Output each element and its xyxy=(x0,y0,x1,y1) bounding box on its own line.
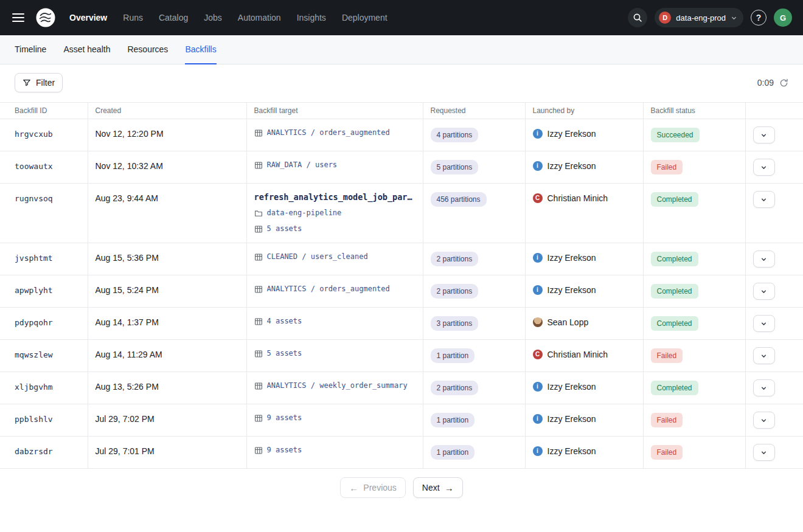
tab-resources[interactable]: Resources xyxy=(127,35,168,64)
pagination: ← Previous Next → xyxy=(0,477,803,498)
backfill-id-link[interactable]: pdypqohr xyxy=(15,318,53,327)
search-button[interactable] xyxy=(628,8,647,27)
asset-table-icon xyxy=(254,414,263,423)
row-actions-button[interactable] xyxy=(753,191,775,208)
nav-item-catalog[interactable]: Catalog xyxy=(159,13,188,22)
backfill-target-link[interactable]: 9 assets xyxy=(267,413,302,423)
launched-by-avatar: i xyxy=(533,382,543,392)
asset-table-icon xyxy=(254,285,263,294)
launched-by-avatar: i xyxy=(533,253,543,263)
table-row: xljbgvhmAug 13, 5:26 PMANALYTICS / weekl… xyxy=(0,372,803,404)
menu-button[interactable] xyxy=(10,10,27,25)
backfill-target-link[interactable]: CLEANED / users_cleaned xyxy=(267,252,368,262)
row-actions-button[interactable] xyxy=(753,412,775,429)
backfill-status-badge: Completed xyxy=(651,284,698,299)
next-page-button[interactable]: Next → xyxy=(413,477,463,498)
next-label: Next xyxy=(422,483,440,492)
tab-timeline[interactable]: Timeline xyxy=(15,35,46,64)
backfill-id-link[interactable]: rugnvsoq xyxy=(15,194,53,203)
tab-backfills[interactable]: Backfills xyxy=(185,35,216,64)
row-actions-button[interactable] xyxy=(753,315,775,332)
backfill-id-link[interactable]: xljbgvhm xyxy=(15,382,53,392)
tab-asset-health[interactable]: Asset health xyxy=(63,35,110,64)
deployment-initial-badge: D xyxy=(659,12,671,24)
backfill-target-link[interactable]: refresh_analytics_model_job_partition_se… xyxy=(254,192,415,202)
asset-table-icon xyxy=(254,350,263,358)
table-row: rugnvsoqAug 23, 9:44 AMrefresh_analytics… xyxy=(0,184,803,243)
created-cell: Jul 29, 7:02 PM xyxy=(88,404,246,437)
launched-by-avatar xyxy=(533,317,543,327)
created-cell: Aug 14, 11:29 AM xyxy=(88,340,246,372)
table-row: hrgvcxubNov 12, 12:20 PMANALYTICS / orde… xyxy=(0,119,803,151)
backfill-target-link[interactable]: 4 assets xyxy=(267,316,302,326)
navbar-right: D data-eng-prod ? G xyxy=(628,8,792,27)
help-button[interactable]: ? xyxy=(751,10,766,26)
hamburger-icon xyxy=(12,13,24,22)
backfill-id-link[interactable]: toowautx xyxy=(15,162,53,171)
launched-by-name: Christian Minich xyxy=(548,192,608,204)
nav-item-insights[interactable]: Insights xyxy=(297,13,326,22)
row-actions-button[interactable] xyxy=(753,444,775,461)
nav-item-jobs[interactable]: Jobs xyxy=(204,13,222,22)
launched-by-name: Izzy Erekson xyxy=(548,284,596,296)
row-actions-button[interactable] xyxy=(753,126,775,143)
backfill-id-link[interactable]: jvsphtmt xyxy=(15,254,53,263)
backfill-target-link[interactable]: 5 assets xyxy=(267,224,302,234)
row-actions-button[interactable] xyxy=(753,379,775,396)
backfill-id-link[interactable]: hrgvcxub xyxy=(15,130,53,139)
refresh-countdown: 0:09 xyxy=(757,78,774,88)
launched-by-name: Izzy Erekson xyxy=(548,381,596,393)
backfill-id-link[interactable]: mqwszlew xyxy=(15,350,53,359)
nav-item-overview[interactable]: Overview xyxy=(69,13,107,22)
requested-partitions-badge: 1 partition xyxy=(431,445,475,460)
launched-by-avatar: i xyxy=(533,161,543,171)
table-row: toowautxNov 12, 10:32 AMRAW_DATA / users… xyxy=(0,151,803,184)
deployment-name: data-eng-prod xyxy=(676,13,726,22)
backfill-target-link[interactable]: 5 assets xyxy=(267,348,302,359)
backfill-status-badge: Failed xyxy=(651,445,683,460)
table-row: ppblshlvJul 29, 7:02 PM9 assets1 partiti… xyxy=(0,404,803,437)
launched-by-name: Izzy Erekson xyxy=(548,160,596,172)
filter-funnel-icon xyxy=(23,78,31,87)
row-actions-button[interactable] xyxy=(753,347,775,364)
nav-item-automation[interactable]: Automation xyxy=(238,13,281,22)
nav-item-deployment[interactable]: Deployment xyxy=(342,13,388,22)
backfill-id-link[interactable]: dabzrsdr xyxy=(15,447,53,456)
refresh-icon[interactable] xyxy=(779,78,788,88)
row-actions-button[interactable] xyxy=(753,250,775,268)
backfill-status-badge: Completed xyxy=(651,381,698,395)
created-cell: Aug 15, 5:36 PM xyxy=(88,243,246,275)
table-row: dabzrsdrJul 29, 7:01 PM9 assets1 partiti… xyxy=(0,437,803,469)
nav-item-runs[interactable]: Runs xyxy=(123,13,143,22)
user-avatar[interactable]: G xyxy=(774,9,792,27)
backfill-target-link[interactable]: ANALYTICS / orders_augmented xyxy=(267,284,390,294)
backfill-target-link[interactable]: ANALYTICS / weekly_order_summary xyxy=(267,381,408,391)
filter-label: Filter xyxy=(36,78,55,88)
backfill-target-link[interactable]: 9 assets xyxy=(267,445,302,455)
launched-by-name: Christian Minich xyxy=(548,348,608,361)
backfill-id-link[interactable]: ppblshlv xyxy=(15,415,53,424)
created-cell: Jul 29, 7:01 PM xyxy=(88,437,246,469)
table-header-row: Backfill IDCreatedBackfill targetRequest… xyxy=(0,103,803,119)
deployment-switcher[interactable]: D data-eng-prod xyxy=(655,8,743,27)
backfill-target-link[interactable]: data-eng-pipeline xyxy=(267,208,342,218)
backfill-status-badge: Completed xyxy=(651,252,698,266)
filter-button[interactable]: Filter xyxy=(15,73,63,92)
column-header-created: Created xyxy=(88,103,246,119)
backfills-table: Backfill IDCreatedBackfill targetRequest… xyxy=(0,102,803,469)
dagster-logo-icon[interactable] xyxy=(35,7,56,28)
asset-table-icon xyxy=(254,317,263,326)
requested-partitions-badge: 5 partitions xyxy=(431,160,479,174)
toolbar: Filter 0:09 xyxy=(0,64,803,102)
row-actions-button[interactable] xyxy=(753,159,775,176)
backfill-target-link[interactable]: ANALYTICS / orders_augmented xyxy=(267,128,390,138)
table-row: mqwszlewAug 14, 11:29 AM5 assets1 partit… xyxy=(0,340,803,372)
created-cell: Nov 12, 10:32 AM xyxy=(88,151,246,184)
requested-partitions-badge: 456 partitions xyxy=(431,192,487,207)
backfill-target-link[interactable]: RAW_DATA / users xyxy=(267,160,338,170)
previous-page-button[interactable]: ← Previous xyxy=(340,477,405,498)
requested-partitions-badge: 2 partitions xyxy=(431,381,479,395)
backfill-id-link[interactable]: apwplyht xyxy=(15,286,53,295)
launched-by-avatar: i xyxy=(533,285,543,295)
row-actions-button[interactable] xyxy=(753,283,775,300)
